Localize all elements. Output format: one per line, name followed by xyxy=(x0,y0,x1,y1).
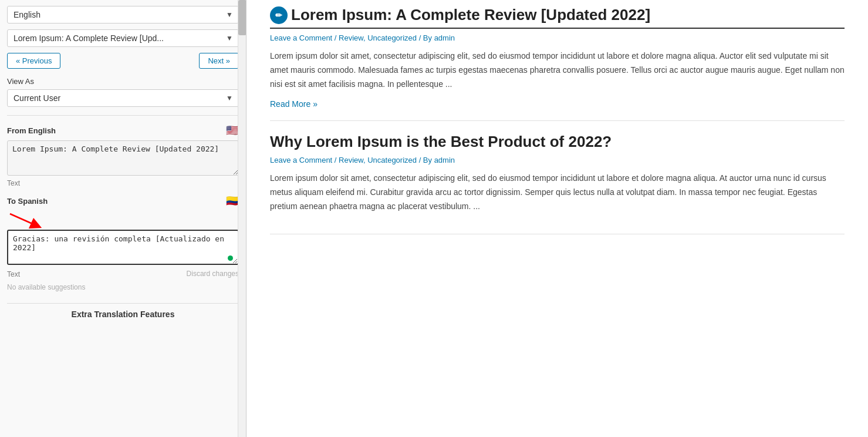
extra-features: Extra Translation Features xyxy=(7,303,239,319)
view-as-dropdown[interactable]: Current UserGuest xyxy=(7,89,239,107)
post-meta-2: Leave a Comment / Review, Uncategorized … xyxy=(270,156,845,164)
prev-button[interactable]: « Previous xyxy=(7,53,60,69)
post-title-2: Why Lorem Ipsum is the Best Product of 2… xyxy=(270,133,845,151)
pencil-icon: ✏ xyxy=(270,6,288,24)
from-sublabel: Text xyxy=(7,179,239,187)
post-meta-1: Leave a Comment / Review, Uncategorized … xyxy=(270,33,845,42)
view-as-dropdown-wrap: Current UserGuest ▼ xyxy=(7,89,239,107)
post-dropdown-wrap: Lorem Ipsum: A Complete Review [Upd... ▼ xyxy=(7,29,239,47)
to-header: To Spanish 🇨🇴 xyxy=(7,194,239,207)
svg-line-0 xyxy=(10,214,36,226)
scrollbar-track[interactable] xyxy=(238,0,246,437)
to-sublabel: Text xyxy=(7,270,20,278)
view-as-label: View As xyxy=(7,77,239,86)
post-dropdown[interactable]: Lorem Ipsum: A Complete Review [Upd... xyxy=(7,29,239,47)
from-header: From English 🇺🇸 xyxy=(7,124,239,137)
from-label: From English xyxy=(7,126,56,135)
from-textarea[interactable] xyxy=(7,140,239,176)
to-textarea-wrapper xyxy=(7,230,239,267)
post-excerpt-2: Lorem ipsum dolor sit amet, consectetur … xyxy=(270,172,845,213)
nav-buttons: « Previous Next » xyxy=(7,53,239,69)
post-entry-1: ✏ Lorem Ipsum: A Complete Review [Update… xyxy=(270,6,845,121)
scrollbar-thumb[interactable] xyxy=(238,0,246,35)
to-section: To Spanish 🇨🇴 Text Discard changes No av… xyxy=(7,194,239,291)
extra-features-title: Extra Translation Features xyxy=(7,310,239,319)
next-button[interactable]: Next » xyxy=(199,53,239,69)
left-panel: EnglishSpanishFrenchGerman ▼ Lorem Ipsum… xyxy=(0,0,246,437)
to-flag: 🇨🇴 xyxy=(226,194,239,207)
discard-changes-button[interactable]: Discard changes xyxy=(187,270,239,278)
to-textarea[interactable] xyxy=(7,230,239,265)
red-arrow-icon xyxy=(7,211,42,228)
arrow-indicator xyxy=(7,211,239,228)
green-dot-indicator xyxy=(228,256,233,261)
post-excerpt-1: Lorem ipsum dolor sit amet, consectetur … xyxy=(270,49,845,91)
read-more-1[interactable]: Read More » xyxy=(270,99,318,109)
no-suggestions: No available suggestions xyxy=(7,283,239,291)
right-panel: ✏ Lorem Ipsum: A Complete Review [Update… xyxy=(246,0,868,437)
post-entry-2: Why Lorem Ipsum is the Best Product of 2… xyxy=(270,121,845,234)
divider-1 xyxy=(7,115,239,116)
post-title-1: ✏ Lorem Ipsum: A Complete Review [Update… xyxy=(270,6,845,29)
to-label: To Spanish xyxy=(7,197,48,206)
language-dropdown-wrap: EnglishSpanishFrenchGerman ▼ xyxy=(7,6,239,23)
language-dropdown[interactable]: EnglishSpanishFrenchGerman xyxy=(7,6,239,23)
from-flag: 🇺🇸 xyxy=(226,124,239,137)
from-section: From English 🇺🇸 Text xyxy=(7,124,239,187)
